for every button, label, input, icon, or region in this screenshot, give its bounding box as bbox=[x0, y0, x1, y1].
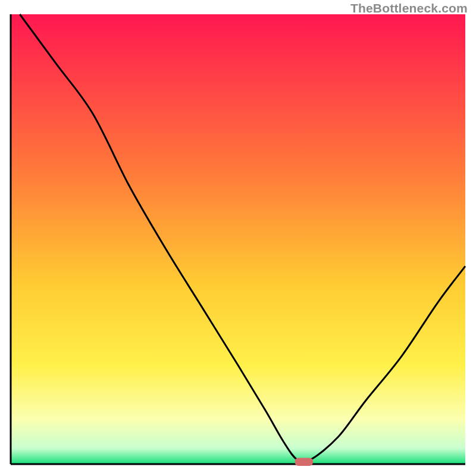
attribution-label: TheBottleneck.com bbox=[350, 1, 468, 15]
bottleneck-chart bbox=[0, 0, 476, 476]
chart-container: TheBottleneck.com bbox=[0, 0, 476, 476]
optimal-marker bbox=[295, 458, 314, 466]
plot-background bbox=[11, 14, 465, 464]
